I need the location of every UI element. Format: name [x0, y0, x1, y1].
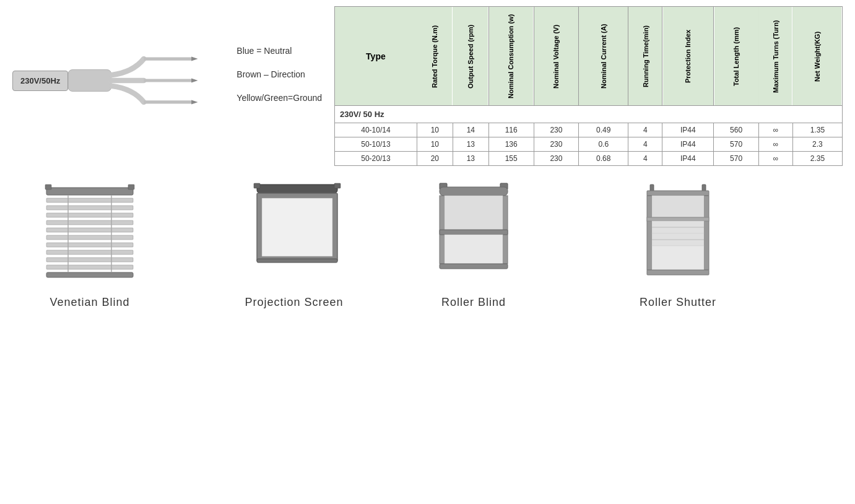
roller-shutter-label: Roller Shutter: [640, 296, 716, 309]
svg-rect-15: [46, 250, 133, 254]
cell-length-3: 570: [714, 152, 759, 166]
svg-rect-10: [46, 213, 133, 217]
cell-torque-3: 20: [417, 152, 453, 166]
cell-length-2: 570: [714, 137, 759, 152]
cell-type-3: 50-20/13: [335, 152, 417, 166]
svg-rect-18: [46, 272, 133, 277]
roller-shutter-illustration: [616, 178, 740, 290]
svg-rect-21: [45, 185, 51, 189]
specs-table-panel: Type Rated Torque (N.m) Output Speed (rp…: [334, 6, 843, 166]
svg-marker-6: [191, 100, 197, 104]
roller-blind-illustration: [412, 178, 536, 290]
cell-voltage-3: 230: [534, 152, 579, 166]
col-header-speed: Output Speed (rpm): [453, 7, 488, 106]
svg-rect-43: [652, 196, 704, 217]
svg-rect-34: [445, 196, 503, 230]
cell-voltage-2: 230: [534, 137, 579, 152]
svg-marker-4: [191, 57, 197, 61]
wire-labels: Blue = Neutral Brown – Direction Yellow/…: [237, 45, 322, 116]
cell-turns-3: ∞: [758, 152, 792, 166]
cell-length-1: 560: [714, 123, 759, 137]
svg-rect-42: [704, 196, 709, 270]
svg-rect-17: [46, 265, 133, 269]
svg-rect-23: [257, 185, 337, 193]
col-header-current: Nominal Current (A): [579, 7, 628, 106]
table-row: 50-20/13 20 13 155 230 0.68 4 IP44 570 ∞…: [335, 152, 843, 166]
svg-rect-11: [46, 220, 133, 225]
projection-screen-label: Projection Screen: [245, 296, 343, 309]
cell-speed-2: 13: [453, 137, 488, 152]
svg-rect-8: [46, 198, 133, 202]
wire-label-yellow-green: Yellow/Green=Ground: [237, 93, 322, 103]
cell-speed-3: 13: [453, 152, 488, 166]
cell-turns-2: ∞: [758, 137, 792, 152]
wire-label-blue: Blue = Neutral: [237, 46, 322, 56]
voltage-label: 230V/50Hz: [12, 71, 68, 91]
table-row: 50-10/13 10 13 136 230 0.6 4 IP44 570 ∞ …: [335, 137, 843, 152]
svg-rect-9: [46, 206, 133, 210]
wire-illustration: [68, 37, 230, 124]
svg-rect-50: [647, 270, 709, 275]
svg-rect-14: [46, 243, 133, 247]
svg-rect-13: [46, 235, 133, 240]
svg-rect-49: [652, 246, 704, 270]
svg-rect-22: [128, 185, 134, 189]
col-header-torque: Rated Torque (N.m): [417, 7, 453, 106]
cell-protection-1: IP44: [662, 123, 714, 137]
svg-rect-41: [647, 196, 652, 270]
svg-rect-35: [440, 230, 508, 235]
cell-runtime-3: 4: [628, 152, 662, 166]
product-roller-blind: Roller Blind: [402, 178, 545, 309]
cell-voltage-1: 230: [534, 123, 579, 137]
col-header-consumption: Nominal Consumption (w): [488, 7, 534, 106]
col-header-weight: Net Weight(KG): [792, 7, 842, 106]
col-header-runtime: Running Time(min): [628, 7, 662, 106]
cell-consumption-1: 116: [488, 123, 534, 137]
col-header-voltage: Nominal Voltage (V): [534, 7, 579, 106]
roller-shutter-svg: [616, 178, 740, 290]
cell-torque-2: 10: [417, 137, 453, 152]
product-projection-screen: Projection Screen: [223, 178, 365, 309]
cell-weight-3: 2.35: [792, 152, 842, 166]
svg-marker-5: [191, 79, 197, 83]
cell-runtime-2: 4: [628, 137, 662, 152]
cell-speed-1: 14: [453, 123, 488, 137]
wire-diagram-panel: 230V/50Hz: [12, 6, 322, 166]
svg-rect-25: [262, 198, 332, 256]
svg-rect-27: [334, 183, 341, 188]
roller-blind-label: Roller Blind: [441, 296, 506, 309]
cell-type-2: 50-10/13: [335, 137, 417, 152]
cell-turns-1: ∞: [758, 123, 792, 137]
col-header-turns: Maximum Turns (Turn): [758, 7, 792, 106]
svg-rect-31: [440, 187, 508, 196]
product-roller-shutter: Roller Shutter: [607, 178, 749, 309]
projection-screen-svg: [232, 178, 356, 290]
svg-rect-36: [445, 235, 503, 264]
svg-rect-40: [647, 191, 709, 196]
svg-rect-26: [254, 183, 260, 188]
roller-blind-svg: [412, 178, 536, 290]
col-header-length: Total Length (mm): [714, 7, 759, 106]
col-header-protection: Protection Index: [662, 7, 714, 106]
svg-rect-7: [46, 188, 133, 195]
products-section: Venetian Blind Projection Screen: [0, 172, 855, 315]
table-row: 40-10/14 10 14 116 230 0.49 4 IP44 560 ∞…: [335, 123, 843, 137]
cell-current-3: 0.68: [579, 152, 628, 166]
cell-consumption-2: 136: [488, 137, 534, 152]
venetian-blind-illustration: [28, 178, 152, 290]
col-header-type: Type: [335, 7, 417, 106]
wire-label-brown: Brown – Direction: [237, 69, 322, 79]
svg-rect-28: [257, 259, 337, 263]
svg-rect-0: [68, 70, 111, 92]
product-venetian-blind: Venetian Blind: [19, 178, 161, 309]
cell-runtime-1: 4: [628, 123, 662, 137]
cell-type-1: 40-10/14: [335, 123, 417, 137]
cell-consumption-3: 155: [488, 152, 534, 166]
svg-rect-44: [647, 217, 709, 221]
cell-protection-2: IP44: [662, 137, 714, 152]
specs-table: Type Rated Torque (N.m) Output Speed (rp…: [334, 6, 843, 166]
venetian-blind-label: Venetian Blind: [50, 296, 129, 309]
cell-current-1: 0.49: [579, 123, 628, 137]
svg-rect-16: [46, 258, 133, 262]
projection-screen-illustration: [232, 178, 356, 290]
